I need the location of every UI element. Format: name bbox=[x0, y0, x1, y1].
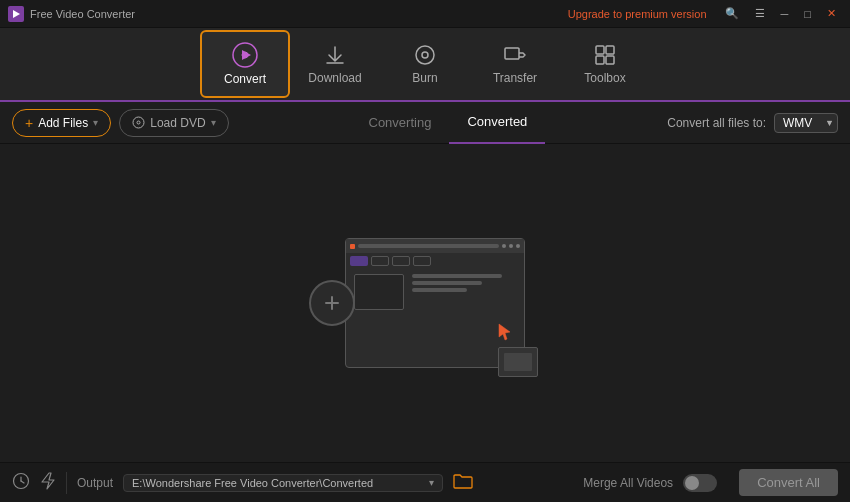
svg-line-19 bbox=[21, 481, 24, 483]
filmstrip-inner bbox=[504, 353, 532, 371]
screen-top-dots bbox=[502, 244, 520, 248]
merge-toggle[interactable] bbox=[683, 474, 717, 492]
nav-item-transfer[interactable]: Transfer bbox=[470, 30, 560, 98]
screen-body-row bbox=[354, 274, 516, 310]
svg-rect-12 bbox=[606, 56, 614, 64]
toolbar: + Add Files ▾ Load DVD ▾ Converting Conv… bbox=[0, 102, 850, 144]
dot2 bbox=[509, 244, 513, 248]
load-dvd-label: Load DVD bbox=[150, 116, 205, 130]
toggle-knob bbox=[685, 476, 699, 490]
screen-text-lines bbox=[412, 274, 502, 292]
cursor-icon bbox=[498, 323, 512, 345]
menu-icon[interactable]: ☰ bbox=[749, 5, 771, 22]
format-dropdown[interactable]: WMV MP4 AVI MKV MOV MP3 bbox=[774, 113, 838, 133]
filmstrip-icon bbox=[498, 347, 538, 377]
add-files-chevron-icon: ▾ bbox=[93, 117, 98, 128]
screen-tabbar bbox=[346, 253, 524, 268]
add-files-illustration bbox=[325, 238, 525, 368]
nav-item-burn[interactable]: Burn bbox=[380, 30, 470, 98]
svg-point-7 bbox=[422, 52, 428, 58]
svg-marker-3 bbox=[242, 50, 251, 60]
add-files-label: Add Files bbox=[38, 116, 88, 130]
output-path-wrapper[interactable]: E:\Wondershare Free Video Converter\Conv… bbox=[123, 474, 443, 492]
merge-videos-label: Merge All Videos bbox=[583, 476, 673, 490]
speed-icon[interactable] bbox=[40, 472, 56, 494]
close-button[interactable]: ✕ bbox=[821, 5, 842, 22]
app-logo-icon bbox=[8, 6, 24, 22]
dot1 bbox=[502, 244, 506, 248]
nav-item-convert[interactable]: Convert bbox=[200, 30, 290, 98]
search-icon[interactable]: 🔍 bbox=[719, 5, 745, 22]
folder-icon[interactable] bbox=[453, 473, 473, 493]
convert-all-label: Convert all files to: bbox=[667, 116, 766, 130]
tab-converting[interactable]: Converting bbox=[351, 102, 450, 144]
tab-converted[interactable]: Converted bbox=[449, 102, 545, 144]
nav-label-download: Download bbox=[308, 71, 361, 85]
screen-tab-empty1 bbox=[371, 256, 389, 266]
screen-video-box bbox=[354, 274, 404, 310]
toolbox-nav-icon bbox=[593, 43, 617, 67]
output-path-chevron-icon: ▾ bbox=[429, 477, 434, 488]
convert-all-button[interactable]: Convert All bbox=[739, 469, 838, 496]
navbar: Convert Download Burn Transfer Toolbox bbox=[0, 28, 850, 102]
format-dropdown-wrapper[interactable]: WMV MP4 AVI MKV MOV MP3 ▾ bbox=[774, 113, 838, 133]
output-path-text: E:\Wondershare Free Video Converter\Conv… bbox=[132, 477, 425, 489]
svg-point-14 bbox=[137, 121, 140, 124]
screen-illustration bbox=[345, 238, 525, 368]
nav-item-download[interactable]: Download bbox=[290, 30, 380, 98]
svg-rect-11 bbox=[596, 56, 604, 64]
nav-label-burn: Burn bbox=[412, 71, 437, 85]
transfer-nav-icon bbox=[503, 43, 527, 67]
output-label: Output bbox=[77, 476, 113, 490]
maximize-button[interactable]: □ bbox=[798, 6, 817, 22]
load-dvd-button[interactable]: Load DVD ▾ bbox=[119, 109, 228, 137]
screen-line-2 bbox=[412, 281, 482, 285]
add-files-button[interactable]: + Add Files ▾ bbox=[12, 109, 111, 137]
titlebar-left: Free Video Converter bbox=[8, 6, 135, 22]
screen-topbar bbox=[346, 239, 524, 253]
screen-line-3 bbox=[412, 288, 467, 292]
download-nav-icon bbox=[323, 43, 347, 67]
app-title: Free Video Converter bbox=[30, 8, 135, 20]
dvd-icon bbox=[132, 116, 145, 129]
screen-body bbox=[346, 268, 524, 316]
burn-nav-icon bbox=[413, 43, 437, 67]
separator-1 bbox=[66, 472, 67, 494]
plus-icon: + bbox=[25, 115, 33, 131]
load-dvd-chevron-icon: ▾ bbox=[211, 117, 216, 128]
convert-all-files-area: Convert all files to: WMV MP4 AVI MKV MO… bbox=[667, 113, 838, 133]
minimize-button[interactable]: ─ bbox=[775, 6, 795, 22]
nav-label-transfer: Transfer bbox=[493, 71, 537, 85]
titlebar: Free Video Converter Upgrade to premium … bbox=[0, 0, 850, 28]
svg-rect-9 bbox=[596, 46, 604, 54]
add-circle-icon bbox=[309, 280, 355, 326]
nav-item-toolbox[interactable]: Toolbox bbox=[560, 30, 650, 98]
screen-tab-empty2 bbox=[392, 256, 410, 266]
screen-dot-red bbox=[350, 244, 355, 249]
upgrade-link[interactable]: Upgrade to premium version bbox=[568, 8, 707, 20]
svg-rect-10 bbox=[606, 46, 614, 54]
nav-label-convert: Convert bbox=[224, 72, 266, 86]
tabs-area: Converting Converted bbox=[237, 102, 660, 144]
bottombar: Output E:\Wondershare Free Video Convert… bbox=[0, 462, 850, 502]
nav-label-toolbox: Toolbox bbox=[584, 71, 625, 85]
main-content bbox=[0, 144, 850, 462]
svg-rect-8 bbox=[505, 48, 519, 59]
svg-point-6 bbox=[416, 46, 434, 64]
titlebar-right: Upgrade to premium version 🔍 ☰ ─ □ ✕ bbox=[568, 5, 842, 22]
screen-title-bar bbox=[358, 244, 499, 248]
history-icon[interactable] bbox=[12, 472, 30, 494]
svg-point-13 bbox=[133, 117, 144, 128]
screen-tab-active bbox=[350, 256, 368, 266]
convert-nav-icon bbox=[232, 42, 258, 68]
screen-line-1 bbox=[412, 274, 502, 278]
screen-tab-empty3 bbox=[413, 256, 431, 266]
dot3 bbox=[516, 244, 520, 248]
